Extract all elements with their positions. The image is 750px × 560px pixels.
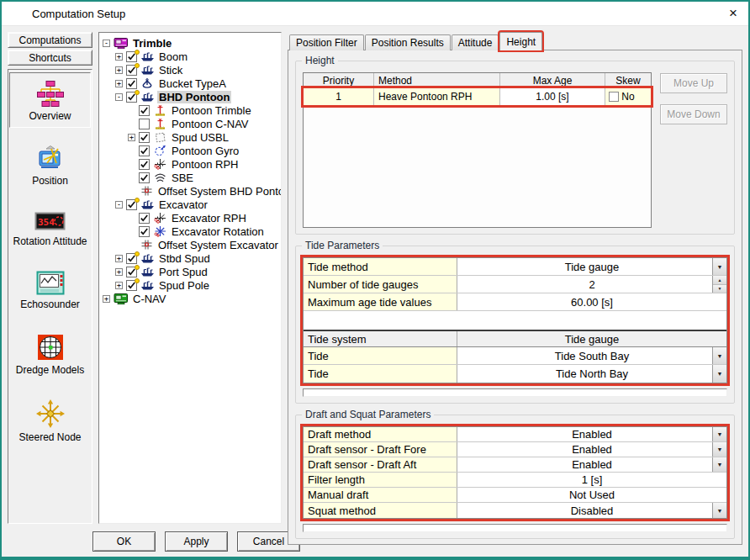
tree-expand-toggle[interactable]: +	[128, 134, 135, 141]
tree-expand-toggle[interactable]: +	[115, 268, 123, 276]
apply-button[interactable]: Apply	[165, 531, 228, 552]
tree-item-spud-pole[interactable]: +Spud Pole	[101, 278, 279, 292]
tree-item-pontoon-gyro[interactable]: +Pontoon Gyro	[101, 144, 279, 157]
tree-item-c-nav[interactable]: +C-NAV	[101, 292, 279, 305]
tree-item-label[interactable]: Pontoon Trimble	[170, 104, 253, 117]
tree-item-label[interactable]: Stick	[157, 64, 184, 77]
tree-item-label[interactable]: Boom	[157, 50, 189, 63]
height-table-row[interactable]: 1Heave Pontoon RPH1.00 [s]No	[304, 88, 651, 105]
dropdown-arrow-button[interactable]: ▼	[712, 365, 726, 383]
tree-item-trimble[interactable]: -Trimble	[101, 36, 279, 50]
tree-expand-toggle[interactable]: +	[115, 53, 123, 61]
tree-checkbox[interactable]	[139, 226, 150, 237]
tree-item-sbe[interactable]: +SBE	[101, 171, 279, 184]
tree-item-label[interactable]: Pontoon RPH	[170, 158, 240, 171]
tree-checkbox[interactable]	[139, 119, 150, 129]
tree-item-bucket-typea[interactable]: +Bucket TypeA	[101, 77, 279, 90]
tree-item-label[interactable]: Bucket TypeA	[157, 77, 228, 90]
param-value-draft-sensor-draft-fore[interactable]: Enabled▼	[457, 442, 726, 457]
tree-checkbox[interactable]	[126, 78, 137, 89]
tree-expand-toggle[interactable]: +	[115, 80, 123, 87]
tree-item-label[interactable]: Offset System BHD Pontoon	[156, 185, 282, 198]
sidebar-tab-shortcuts[interactable]: Shortcuts	[8, 50, 92, 66]
tree-item-pontoon-trimble[interactable]: +Pontoon Trimble	[101, 103, 279, 117]
tree-checkbox[interactable]	[126, 280, 137, 291]
tree-item-excavator-rph[interactable]: +Excavator RPH	[101, 211, 279, 225]
dropdown-arrow-button[interactable]: ▼	[712, 442, 726, 457]
param-value-tide[interactable]: Tide North Bay▼	[457, 365, 726, 383]
spinner-control[interactable]: ▲▼	[712, 276, 726, 293]
tree-item-spud-usbl[interactable]: +Spud USBL	[101, 130, 279, 144]
param-value-draft-method[interactable]: Enabled▼	[457, 427, 726, 441]
param-value-draft-sensor-draft-aft[interactable]: Enabled▼	[457, 457, 726, 472]
tree-item-excavator-rotation[interactable]: +Excavator Rotation	[101, 225, 279, 238]
sidebar-item-overview[interactable]: Overview	[9, 72, 91, 128]
tree-item-boom[interactable]: +Boom	[101, 50, 279, 63]
ok-button[interactable]: OK	[92, 531, 156, 552]
tree-checkbox[interactable]	[126, 267, 137, 277]
sidebar-item-echosounder[interactable]: Echosounder	[9, 264, 91, 316]
dropdown-arrow-button[interactable]: ▼	[712, 347, 726, 364]
sidebar-item-steered-node[interactable]: Steered Node	[9, 393, 91, 449]
tree-checkbox[interactable]	[139, 172, 150, 183]
dropdown-arrow-button[interactable]: ▼	[712, 427, 726, 441]
tree-item-label[interactable]: Port Spud	[157, 266, 209, 278]
sidebar-item-rotation-attitude[interactable]: 354Rotation Attitude	[9, 203, 91, 253]
param-value-number-of-tide-gauges[interactable]: 2▲▼	[457, 276, 726, 293]
spinner-down-button[interactable]: ▼	[713, 285, 726, 293]
param-value-tide-method[interactable]: Tide gauge▼	[457, 258, 726, 275]
tree-item-offset-system-bhd-pontoon[interactable]: +Offset System BHD Pontoon	[101, 184, 279, 198]
tree-checkbox[interactable]	[139, 105, 150, 116]
tree-item-label[interactable]: Excavator RPH	[170, 212, 248, 225]
tree-item-label[interactable]: BHD Pontoon	[157, 91, 231, 103]
tree-expand-toggle[interactable]: +	[103, 295, 110, 303]
tree-expand-toggle[interactable]: +	[115, 255, 123, 262]
skew-checkbox[interactable]	[609, 92, 619, 102]
tree-checkbox[interactable]	[126, 51, 137, 62]
tree-item-label[interactable]: Excavator	[157, 198, 209, 211]
tab-attitude[interactable]: Attitude	[452, 34, 499, 50]
tree-checkbox[interactable]	[126, 92, 137, 103]
tree-checkbox[interactable]	[139, 213, 150, 224]
tree-item-label[interactable]: Pontoon Gyro	[170, 145, 240, 157]
tree-checkbox[interactable]	[139, 145, 150, 156]
height-cell-max-age[interactable]: 1.00 [s]	[500, 88, 605, 105]
close-button[interactable]: ×	[721, 3, 745, 24]
move-up-button[interactable]: Move Up	[660, 73, 727, 93]
tree-item-pontoon-c-nav[interactable]: +Pontoon C-NAV	[101, 117, 279, 130]
tree-item-label[interactable]: Trimble	[131, 37, 173, 50]
tree-item-label[interactable]: Spud USBL	[170, 131, 230, 144]
tree-item-label[interactable]: Spud Pole	[157, 279, 211, 292]
spinner-up-button[interactable]: ▲	[713, 276, 726, 285]
param-value-squat-method[interactable]: Disabled▼	[457, 503, 726, 518]
tree-checkbox[interactable]	[139, 159, 150, 170]
tree-expand-toggle[interactable]: -	[103, 40, 110, 47]
sidebar-item-dredge-models[interactable]: Dredge Models	[9, 327, 91, 382]
move-down-button[interactable]: Move Down	[660, 104, 727, 124]
tree-item-label[interactable]: Offset System Excavator	[156, 239, 280, 251]
tree-item-port-spud[interactable]: +Port Spud	[101, 265, 279, 278]
tree-item-label[interactable]: Pontoon C-NAV	[170, 118, 251, 130]
dropdown-arrow-button[interactable]: ▼	[712, 258, 726, 275]
sidebar-item-position[interactable]: Position	[9, 139, 91, 193]
tree-item-stick[interactable]: +Stick	[101, 63, 279, 77]
tree-item-label[interactable]: Excavator Rotation	[170, 225, 266, 238]
tree-item-stbd-spud[interactable]: +Stbd Spud	[101, 251, 279, 265]
tree-expand-toggle[interactable]: +	[115, 66, 123, 74]
tree-item-label[interactable]: SBE	[170, 172, 195, 184]
tree-expand-toggle[interactable]: -	[115, 201, 123, 209]
tree-item-label[interactable]: Stbd Spud	[157, 252, 212, 265]
tab-height[interactable]: Height	[499, 32, 542, 50]
param-value-tide[interactable]: Tide South Bay▼	[457, 347, 726, 364]
tree-item-offset-system-excavator[interactable]: +Offset System Excavator	[101, 238, 279, 251]
tab-position-filter[interactable]: Position Filter	[289, 34, 364, 50]
tree-expand-toggle[interactable]: +	[115, 282, 123, 289]
dropdown-arrow-button[interactable]: ▼	[712, 457, 726, 472]
tree-item-excavator[interactable]: -Excavator	[101, 198, 279, 211]
sidebar-tab-computations[interactable]: Computations	[8, 32, 92, 48]
tree-item-label[interactable]: C-NAV	[131, 293, 167, 305]
dropdown-arrow-button[interactable]: ▼	[712, 503, 726, 518]
tree-checkbox[interactable]	[139, 132, 150, 143]
tree-item-pontoon-rph[interactable]: +Pontoon RPH	[101, 157, 279, 171]
tree-expand-toggle[interactable]: -	[115, 93, 123, 101]
